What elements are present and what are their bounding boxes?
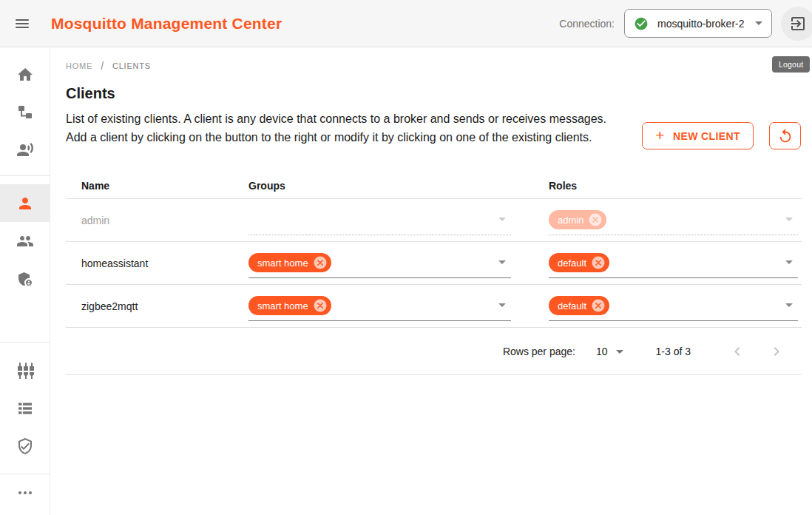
breadcrumb: HOME / CLIENTS	[66, 60, 801, 72]
refresh-button[interactable]	[769, 122, 801, 149]
sidebar-item-security[interactable]	[0, 427, 50, 465]
chip-label: default	[558, 300, 586, 312]
rows-per-page-label: Rows per page:	[503, 346, 575, 357]
connection-value: mosquitto-broker-2	[657, 18, 745, 30]
table-header: Name Groups Roles	[66, 172, 802, 199]
chevron-right-icon	[768, 343, 785, 360]
remove-icon[interactable]	[314, 256, 327, 269]
topology-icon	[16, 104, 34, 121]
page-description: List of existing clients. A client is an…	[66, 110, 623, 149]
hamburger-menu-icon	[16, 17, 29, 30]
chevron-left-icon	[728, 343, 746, 360]
chevron-down-icon	[498, 218, 506, 221]
client-name: admin	[66, 215, 245, 226]
roles-select[interactable]: default	[549, 296, 798, 321]
home-icon	[16, 66, 34, 84]
chevron-down-icon	[498, 303, 506, 307]
sidebar-item-broadcast[interactable]	[0, 131, 50, 169]
roles-select[interactable]: default	[549, 253, 798, 278]
refresh-icon	[777, 128, 794, 144]
chevron-down-icon	[616, 350, 623, 354]
chip[interactable]: default	[549, 296, 609, 315]
client-name: homeassistant	[66, 258, 245, 269]
more-horizontal-icon	[16, 484, 34, 502]
chevron-down-icon	[785, 218, 793, 221]
remove-icon[interactable]	[314, 299, 327, 312]
chip[interactable]: admin	[549, 210, 606, 229]
logout-tooltip: Logout	[772, 56, 810, 73]
shield-check-icon	[16, 437, 34, 455]
pagination-range: 1-3 of 3	[656, 346, 691, 357]
table-pagination: Rows per page: 10 1-3 of 3	[66, 328, 802, 375]
record-voice-over-icon	[16, 141, 34, 159]
list-icon	[16, 400, 34, 417]
admin-panel-icon	[16, 270, 34, 288]
table-row[interactable]: homeassistantsmart homedefault	[66, 242, 802, 285]
logout-button[interactable]	[781, 7, 812, 41]
groups-select[interactable]: smart home	[248, 296, 511, 321]
sliders-icon	[16, 362, 34, 380]
clients-table: Name Groups Roles adminadminhomeassistan…	[66, 172, 802, 375]
chip-label: admin	[558, 215, 583, 226]
check-circle-icon	[634, 16, 649, 31]
hamburger-menu-button[interactable]	[4, 6, 40, 41]
previous-page-button[interactable]	[728, 342, 747, 361]
chip-label: default	[558, 258, 586, 269]
remove-icon[interactable]	[592, 299, 605, 312]
new-client-button[interactable]: + NEW CLIENT	[642, 122, 754, 149]
chevron-down-icon	[785, 303, 793, 307]
remove-icon[interactable]	[592, 256, 605, 269]
sidebar-item-more[interactable]	[0, 474, 50, 511]
next-page-button[interactable]	[767, 342, 786, 361]
sidebar-item-topology[interactable]	[0, 93, 50, 131]
breadcrumb-current: CLIENTS	[112, 61, 151, 70]
plus-icon: +	[655, 127, 665, 143]
sidebar-item-logs[interactable]	[0, 389, 50, 427]
sidebar-item-roles[interactable]	[0, 260, 50, 297]
table-row[interactable]: adminadmin	[66, 199, 802, 242]
rows-per-page-select[interactable]: 10	[596, 346, 623, 357]
sidebar-item-settings[interactable]	[0, 351, 50, 389]
app-header: Mosquitto Management Center Connection: …	[0, 0, 812, 47]
sidebar-item-home[interactable]	[0, 55, 50, 93]
new-client-label: NEW CLIENT	[673, 130, 740, 142]
chevron-down-icon	[498, 260, 506, 264]
chip-label: smart home	[257, 258, 308, 269]
groups-select[interactable]: smart home	[248, 253, 511, 278]
column-header-name: Name	[66, 180, 245, 192]
person-icon	[16, 195, 34, 212]
main-content: HOME / CLIENTS Clients List of existing …	[50, 47, 812, 515]
chip[interactable]: smart home	[248, 253, 331, 272]
roles-select[interactable]: admin	[549, 210, 798, 235]
logout-icon	[789, 15, 807, 33]
table-row[interactable]: zigbee2mqttsmart homedefault	[66, 285, 802, 328]
page-title: Clients	[66, 85, 801, 102]
chip[interactable]: smart home	[248, 296, 331, 315]
column-header-groups: Groups	[245, 180, 547, 192]
sidebar-item-clients[interactable]	[0, 184, 50, 222]
app-title: Mosquitto Management Center	[51, 15, 282, 33]
column-header-roles: Roles	[547, 180, 802, 192]
groups-select[interactable]	[248, 210, 511, 235]
chevron-down-icon	[755, 21, 762, 25]
sidebar-item-groups[interactable]	[0, 222, 50, 260]
table-body: adminadminhomeassistantsmart homedefault…	[66, 199, 802, 328]
remove-icon[interactable]	[589, 213, 602, 226]
breadcrumb-home[interactable]: HOME	[66, 61, 92, 70]
connection-select[interactable]: mosquitto-broker-2	[624, 9, 772, 38]
connection-label: Connection:	[559, 18, 615, 30]
sidebar	[0, 47, 50, 515]
chevron-down-icon	[785, 260, 793, 264]
breadcrumb-separator: /	[101, 60, 104, 72]
chip[interactable]: default	[549, 253, 609, 272]
people-icon	[16, 232, 34, 250]
chip-label: smart home	[257, 300, 308, 312]
client-name: zigbee2mqtt	[66, 300, 245, 312]
